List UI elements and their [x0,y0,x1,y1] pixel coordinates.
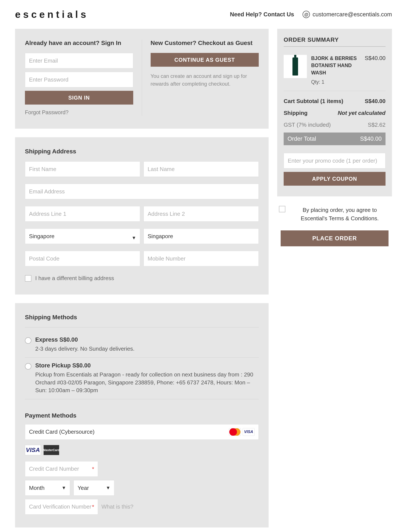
shipping-value: Not yet calculated [337,110,385,116]
promo-code-input[interactable] [284,153,385,169]
subtotal-value: S$40.00 [365,98,385,105]
gst-label: GST (7% included) [284,121,331,128]
address-line1-input[interactable] [25,206,140,222]
order-total-row: Order Total S$40.00 [284,133,385,145]
contact-email-text: customercare@escentials.com [313,11,392,18]
contact-email[interactable]: @ customercare@escentials.com [303,11,392,18]
shipping-option-express[interactable]: Express S$0.00 2-3 days delivery. No Sun… [25,332,259,357]
address-line2-input[interactable] [144,206,259,222]
bottle-icon [292,57,298,75]
shipping-option-label: Store Pickup S$0.00 [35,362,259,369]
apply-coupon-button[interactable]: Apply Coupon [284,172,385,186]
required-star: * [92,503,94,510]
email-input[interactable] [25,184,259,199]
credit-card-number-input[interactable] [25,461,98,477]
expiry-year-select[interactable]: Year ▼ [73,480,114,496]
country-select[interactable]: Singapore ▼ [25,228,140,247]
shipping-option-desc: Pickup from Escentials at Paragon - read… [35,371,259,394]
signin-email-input[interactable] [25,53,133,68]
shipping-address-panel: Shipping Address Singapore ▼ [15,137,269,295]
what-is-this-link[interactable]: What is this? [102,503,133,510]
visa-badge-icon: VISA [25,445,41,455]
expiry-month-select[interactable]: Month ▼ [25,480,70,496]
mastercard-badge-icon: MasterCard [43,445,59,455]
cvn-input[interactable] [25,499,98,515]
need-help-link[interactable]: Need Help? Contact Us [230,11,294,18]
order-summary-title: ORDER SUMMARY [284,37,385,47]
order-summary-panel: ORDER SUMMARY BJORK & BERRIES BOTANIST H… [277,29,392,196]
shipping-option-label: Express S$0.00 [35,337,134,343]
shipping-payment-panel: Shipping Methods Express S$0.00 2-3 days… [15,303,269,527]
shipping-methods-title: Shipping Methods [25,314,259,321]
visa-icon: VISA [243,428,255,436]
place-order-button[interactable]: Place Order [281,230,389,246]
order-total-label: Order Total [288,136,316,142]
signin-password-input[interactable] [25,72,133,87]
product-brand: BJORK & BERRIES [311,55,360,62]
continue-as-guest-button[interactable]: Continue as Guest [151,53,259,67]
radio-express[interactable] [25,337,31,344]
terms-checkbox[interactable] [279,206,285,212]
gst-value: S$2.62 [368,121,385,128]
payment-method-label: Credit Card (Cybersource) [29,428,94,435]
mastercard-icon [229,428,241,436]
product-name: BOTANIST HAND WASH [311,62,360,76]
radio-pickup[interactable] [25,363,31,370]
signin-title: Already have an account? Sign In [25,40,133,47]
logo[interactable]: escentials [15,8,88,20]
different-billing-label: I have a different billing address [35,275,114,282]
payment-methods-title: Payment Methods [25,412,259,419]
product-price: S$40.00 [365,55,385,86]
shipping-option-pickup[interactable]: Store Pickup S$0.00 Pickup from Escentia… [25,357,259,399]
mobile-number-input[interactable] [144,251,259,266]
guest-note: You can create an account and sign up fo… [151,72,259,88]
last-name-input[interactable] [144,161,259,177]
different-billing-checkbox[interactable] [25,275,31,282]
shipping-option-desc: 2-3 days delivery. No Sunday deliveries. [35,345,134,353]
accepted-cards: VISA MasterCard [25,445,259,455]
postal-code-input[interactable] [25,251,140,266]
terms-text: By placing order, you agree to Escential… [289,206,390,223]
terms-agree-row: By placing order, you agree to Escential… [279,206,390,223]
auth-panel: Already have an account? Sign In Sign In… [15,29,269,129]
subtotal-label: Cart Subtotal (1 items) [284,98,343,105]
shipping-label: Shipping [284,110,307,116]
forgot-password-link[interactable]: Forgot Password? [25,109,69,115]
order-item: BJORK & BERRIES BOTANIST HAND WASH Qty: … [284,50,385,91]
required-star: * [92,466,94,472]
signin-button[interactable]: Sign In [25,91,133,105]
card-icons: VISA [229,428,255,436]
order-total-value: S$40.00 [360,136,382,142]
payment-method-select[interactable]: Credit Card (Cybersource) VISA [25,424,259,440]
product-thumbnail [284,55,307,78]
shipping-address-title: Shipping Address [25,148,259,155]
product-qty: Qty: 1 [311,79,360,86]
guest-title: New Customer? Checkout as Guest [151,40,259,47]
header: escentials Need Help? Contact Us @ custo… [0,0,407,29]
first-name-input[interactable] [25,161,140,177]
city-input[interactable] [144,228,259,244]
at-icon: @ [303,11,310,18]
